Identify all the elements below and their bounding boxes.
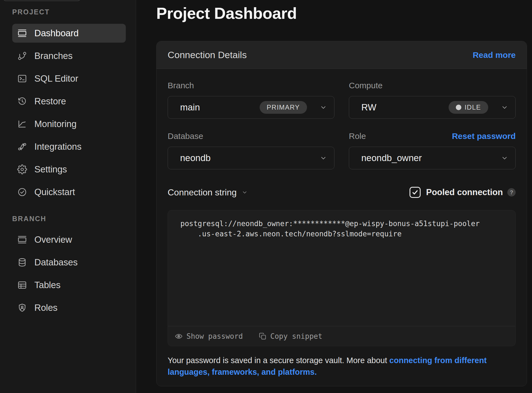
sidebar-section-project: PROJECT xyxy=(12,8,136,15)
overview-icon xyxy=(17,235,27,245)
copy-snippet-label: Copy snippet xyxy=(270,332,323,340)
sidebar-item-quickstart[interactable]: Quickstart xyxy=(12,183,126,201)
connection-details-card: Connection Details Read more Branch main… xyxy=(156,41,527,386)
pooled-connection-label: Pooled connection xyxy=(426,187,503,197)
chevron-down-icon xyxy=(501,104,508,111)
connection-string-dropdown[interactable]: Connection string xyxy=(168,187,248,198)
copy-snippet-button[interactable]: Copy snippet xyxy=(259,332,323,340)
checkmark-icon xyxy=(411,188,419,196)
show-password-button[interactable]: Show password xyxy=(175,332,243,340)
sidebar-item-monitoring[interactable]: Monitoring xyxy=(12,115,126,133)
chevron-down-icon xyxy=(320,104,327,111)
card-header: Connection Details Read more xyxy=(157,41,527,69)
branch-select[interactable]: main PRIMARY xyxy=(168,96,334,119)
sidebar-item-dashboard[interactable]: Dashboard xyxy=(12,24,126,43)
sidebar-cutoff-item xyxy=(3,0,81,1)
table-icon xyxy=(17,280,27,290)
sidebar-item-label: Integrations xyxy=(34,141,81,152)
connection-string-row: Connection string Pooled connection ? xyxy=(168,186,516,198)
sidebar-item-label: Overview xyxy=(34,234,72,245)
sidebar-item-settings[interactable]: Settings xyxy=(12,160,126,179)
sidebar-item-integrations[interactable]: Integrations xyxy=(12,137,126,156)
idle-dot-icon xyxy=(456,105,461,110)
code-footer: Show password Copy snippet xyxy=(168,326,515,346)
role-value: neondb_owner xyxy=(361,153,422,163)
pooled-connection-group: Pooled connection ? xyxy=(410,187,516,198)
chevron-down-icon xyxy=(242,189,248,195)
sidebar-item-databases[interactable]: Databases xyxy=(12,253,126,272)
integrations-icon xyxy=(17,142,27,152)
dashboard-icon xyxy=(17,28,27,38)
sql-editor-icon xyxy=(17,74,27,84)
shield-user-icon xyxy=(17,303,27,313)
reset-password-link[interactable]: Reset password xyxy=(452,131,516,141)
sidebar-item-label: Roles xyxy=(34,302,57,313)
sidebar-item-label: Settings xyxy=(34,164,67,175)
compute-field: Compute RW IDLE xyxy=(349,81,516,119)
branch-field: Branch main PRIMARY xyxy=(168,81,334,119)
check-circle-icon xyxy=(17,187,27,197)
sidebar-item-label: SQL Editor xyxy=(34,73,78,84)
read-more-link[interactable]: Read more xyxy=(473,50,516,60)
chevron-down-icon xyxy=(320,154,327,162)
sidebar-branch-list: Overview Databases Tables Roles xyxy=(12,230,126,317)
chevron-down-icon xyxy=(501,154,508,162)
sidebar-item-restore[interactable]: Restore xyxy=(12,92,126,111)
role-select[interactable]: neondb_owner xyxy=(349,147,516,169)
sidebar-item-overview[interactable]: Overview xyxy=(12,230,126,249)
branches-icon xyxy=(17,51,27,61)
database-select[interactable]: neondb xyxy=(168,147,334,169)
restore-icon xyxy=(17,96,27,106)
sidebar-item-roles[interactable]: Roles xyxy=(12,298,126,317)
compute-value: RW xyxy=(361,102,376,113)
primary-badge: PRIMARY xyxy=(260,101,307,114)
sidebar-item-label: Databases xyxy=(34,257,78,268)
sidebar-item-label: Dashboard xyxy=(34,28,79,38)
database-label: Database xyxy=(168,131,203,141)
sidebar-item-label: Tables xyxy=(34,280,60,290)
sidebar-item-label: Restore xyxy=(34,96,66,107)
sidebar-section-branch: BRANCH xyxy=(12,215,136,222)
main-content: Project Dashboard Connection Details Rea… xyxy=(136,0,532,393)
sidebar-item-branches[interactable]: Branches xyxy=(12,46,126,65)
card-title: Connection Details xyxy=(168,50,247,60)
sidebar-item-label: Branches xyxy=(34,51,73,61)
help-icon[interactable]: ? xyxy=(507,188,516,196)
page-title: Project Dashboard xyxy=(156,4,527,22)
role-field: Role Reset password neondb_owner xyxy=(349,131,516,169)
compute-label: Compute xyxy=(349,81,383,91)
field-row-2: Database neondb Role Reset password xyxy=(168,131,516,169)
idle-badge: IDLE xyxy=(449,101,488,114)
branch-label: Branch xyxy=(168,81,194,91)
copy-icon xyxy=(259,332,267,340)
card-body: Branch main PRIMARY Compute xyxy=(157,69,527,386)
database-value: neondb xyxy=(180,153,211,163)
sidebar: PROJECT Dashboard Branches SQL Editor Re… xyxy=(0,0,136,393)
show-password-label: Show password xyxy=(186,332,243,340)
gear-icon xyxy=(17,164,27,174)
sidebar-item-sql-editor[interactable]: SQL Editor xyxy=(12,69,126,88)
database-field: Database neondb xyxy=(168,131,334,169)
password-vault-text: Your password is saved in a secure stora… xyxy=(168,356,389,365)
sidebar-item-label: Monitoring xyxy=(34,119,76,129)
compute-select[interactable]: RW IDLE xyxy=(349,96,516,119)
role-label: Role xyxy=(349,131,366,141)
sidebar-item-tables[interactable]: Tables xyxy=(12,276,126,294)
code-area[interactable]: postgresql://neondb_owner:************@e… xyxy=(168,210,515,326)
password-vault-note: Your password is saved in a secure stora… xyxy=(168,355,489,378)
eye-icon xyxy=(175,332,183,340)
idle-badge-label: IDLE xyxy=(465,104,481,111)
branch-value: main xyxy=(180,102,200,113)
database-icon xyxy=(17,257,27,267)
connection-string-box: postgresql://neondb_owner:************@e… xyxy=(168,210,516,346)
monitoring-icon xyxy=(17,119,27,129)
sidebar-project-list: Dashboard Branches SQL Editor Restore Mo… xyxy=(12,24,126,201)
pooled-connection-checkbox[interactable] xyxy=(410,187,421,198)
connection-string-code: postgresql://neondb_owner:************@e… xyxy=(180,219,504,239)
sidebar-item-label: Quickstart xyxy=(34,187,75,197)
connection-string-label: Connection string xyxy=(168,187,237,198)
field-row-1: Branch main PRIMARY Compute xyxy=(168,81,516,119)
